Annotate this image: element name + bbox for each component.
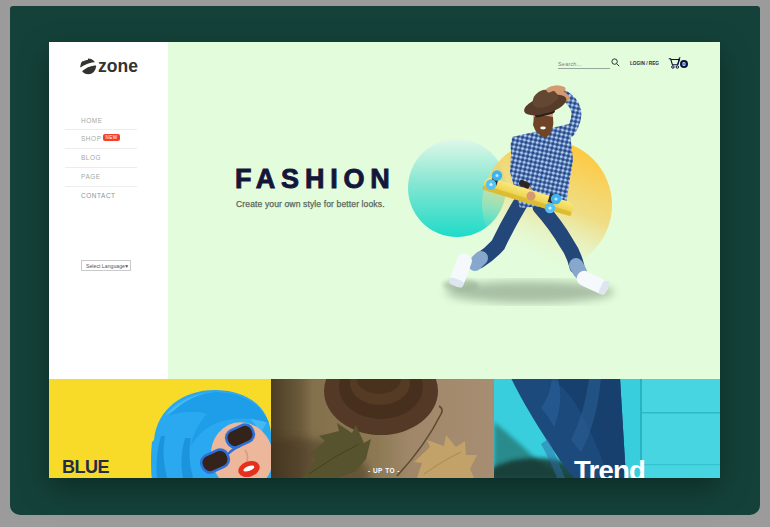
- svg-text:zone: zone: [98, 57, 138, 75]
